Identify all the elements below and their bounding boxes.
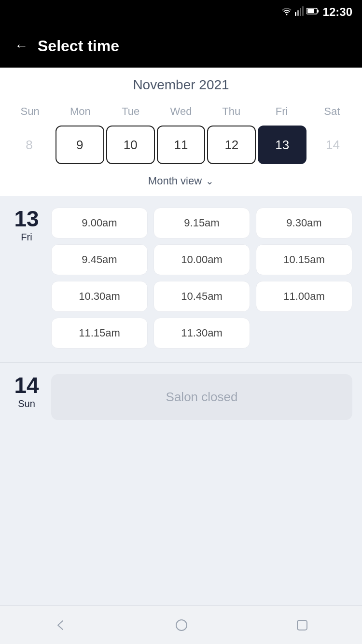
wifi-icon xyxy=(281,7,292,17)
calendar-section: November 2021 Sun Mon Tue Wed Thu Fri Sa… xyxy=(0,68,362,196)
day-header-mon: Mon xyxy=(55,101,105,122)
recent-nav-button[interactable] xyxy=(295,618,309,632)
month-title: November 2021 xyxy=(0,77,362,93)
day-header-tue: Tue xyxy=(106,101,156,122)
day-number-14: 14 xyxy=(10,374,43,396)
timeslots-section: 13 Fri 9.00am 9.15am 9.30am 9.45am 10.00… xyxy=(0,196,362,605)
battery-icon xyxy=(306,7,319,17)
back-nav-button[interactable] xyxy=(53,618,68,632)
calendar-day-11[interactable]: 11 xyxy=(157,126,206,164)
svg-rect-0 xyxy=(295,12,296,16)
signal-icon xyxy=(295,6,304,18)
calendar-day-10[interactable]: 10 xyxy=(106,126,155,164)
status-icons xyxy=(281,6,319,18)
day-number-13: 13 xyxy=(10,208,43,230)
month-view-label: Month view xyxy=(148,175,202,187)
svg-rect-5 xyxy=(317,10,319,13)
day-header-wed: Wed xyxy=(156,101,206,122)
svg-rect-8 xyxy=(297,620,307,630)
timeslot-1000am[interactable]: 10.00am xyxy=(153,244,250,275)
status-time: 12:30 xyxy=(323,5,352,19)
chevron-down-icon: ⌄ xyxy=(206,175,214,187)
day-block-13: 13 Fri 9.00am 9.15am 9.30am 9.45am 10.00… xyxy=(0,196,362,362)
day-label-13: 13 Fri xyxy=(10,208,43,243)
salon-closed-banner: Salon closed xyxy=(51,374,352,420)
timeslot-1045am[interactable]: 10.45am xyxy=(153,281,250,312)
bottom-navigation xyxy=(0,605,362,644)
calendar-day-9[interactable]: 9 xyxy=(56,126,104,164)
timeslot-930am[interactable]: 9.30am xyxy=(256,208,352,238)
svg-rect-6 xyxy=(307,9,314,13)
timeslot-900am[interactable]: 9.00am xyxy=(51,208,148,238)
svg-point-7 xyxy=(176,620,187,630)
timeslot-1030am[interactable]: 10.30am xyxy=(51,281,148,312)
timeslot-915am[interactable]: 9.15am xyxy=(153,208,250,238)
day-label-14: 14 Sun xyxy=(10,374,43,409)
calendar-day-14[interactable]: 14 xyxy=(308,126,357,164)
day-header-sun: Sun xyxy=(5,101,55,122)
day-header-thu: Thu xyxy=(206,101,256,122)
day-name-13: Fri xyxy=(10,232,43,243)
svg-rect-3 xyxy=(302,6,304,16)
svg-rect-1 xyxy=(297,10,299,16)
back-button[interactable]: ← xyxy=(14,38,28,54)
calendar-day-13[interactable]: 13 xyxy=(258,126,306,164)
month-view-toggle[interactable]: Month view ⌄ xyxy=(0,168,362,196)
slots-grid-13: 9.00am 9.15am 9.30am 9.45am 10.00am 10.1… xyxy=(51,208,352,349)
page-title: Select time xyxy=(38,37,119,55)
day-header-fri: Fri xyxy=(256,101,306,122)
status-bar: 12:30 xyxy=(0,0,362,24)
day-header-sat: Sat xyxy=(307,101,357,122)
timeslot-1115am[interactable]: 11.15am xyxy=(51,318,148,349)
day-headers: Sun Mon Tue Wed Thu Fri Sat xyxy=(0,101,362,122)
calendar-day-8[interactable]: 8 xyxy=(5,126,54,164)
svg-rect-2 xyxy=(300,8,301,16)
app-header: ← Select time xyxy=(0,24,362,68)
day-name-14: Sun xyxy=(10,398,43,409)
timeslot-1100am[interactable]: 11.00am xyxy=(256,281,352,312)
home-nav-button[interactable] xyxy=(174,618,189,632)
timeslot-945am[interactable]: 9.45am xyxy=(51,244,148,275)
calendar-day-12[interactable]: 12 xyxy=(207,126,256,164)
day-block-14: 14 Sun Salon closed xyxy=(0,362,362,434)
timeslot-1130am[interactable]: 11.30am xyxy=(153,318,250,349)
calendar-week-row: 8 9 10 11 12 13 14 xyxy=(0,122,362,168)
timeslot-1015am[interactable]: 10.15am xyxy=(256,244,352,275)
